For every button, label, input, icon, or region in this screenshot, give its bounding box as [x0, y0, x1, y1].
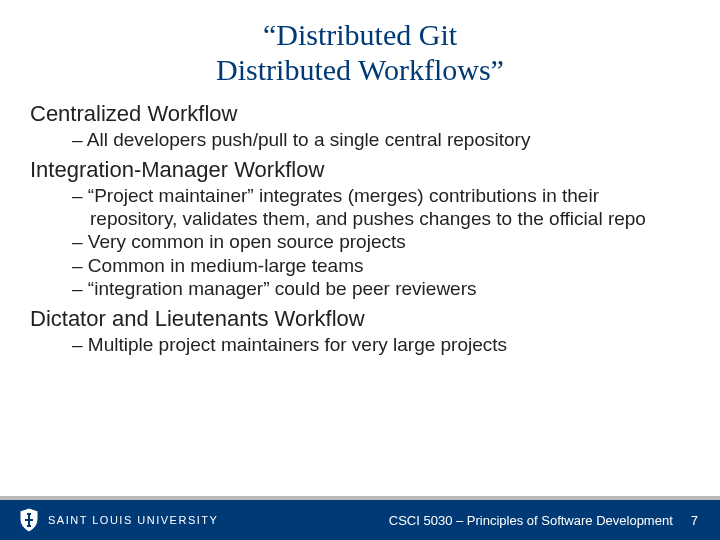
footer-right: CSCI 5030 – Principles of Software Devel… [389, 513, 698, 528]
university-logo: SAINT LOUIS UNIVERSITY [18, 507, 218, 533]
section-2-bullets: “Project maintainer” integrates (merges)… [30, 185, 690, 300]
section-1-bullets: All developers push/pull to a single cen… [30, 129, 690, 151]
list-item: All developers push/pull to a single cen… [30, 129, 690, 151]
list-item: Common in medium-large teams [30, 255, 690, 277]
list-item: “integration manager” could be peer revi… [30, 278, 690, 300]
list-item: Multiple project maintainers for very la… [30, 334, 690, 356]
shield-icon [18, 507, 40, 533]
section-heading-2: Integration-Manager Workflow [30, 157, 690, 183]
list-item: Very common in open source projects [30, 231, 690, 253]
slide-title: “Distributed Git Distributed Workflows” [30, 18, 690, 87]
title-line-1: “Distributed Git [263, 18, 457, 51]
course-label: CSCI 5030 – Principles of Software Devel… [389, 513, 673, 528]
section-heading-3: Dictator and Lieutenants Workflow [30, 306, 690, 332]
page-number: 7 [691, 513, 698, 528]
title-line-2: Distributed Workflows” [216, 53, 504, 86]
list-item: “Project maintainer” integrates (merges)… [30, 185, 690, 230]
section-heading-1: Centralized Workflow [30, 101, 690, 127]
slide-footer: SAINT LOUIS UNIVERSITY CSCI 5030 – Princ… [0, 496, 720, 540]
slide-body: “Distributed Git Distributed Workflows” … [0, 0, 720, 540]
section-3-bullets: Multiple project maintainers for very la… [30, 334, 690, 356]
logo-text: SAINT LOUIS UNIVERSITY [48, 514, 218, 526]
